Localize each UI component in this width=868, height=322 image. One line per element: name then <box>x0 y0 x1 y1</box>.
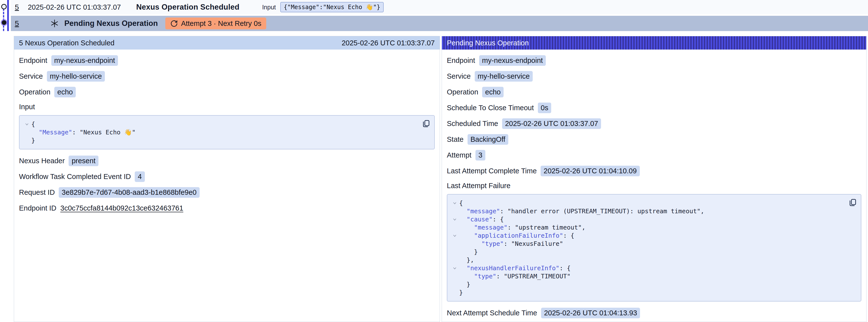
event-history-view: 5 2025-02-26 UTC 01:03:37.07 Nexus Opera… <box>0 0 868 322</box>
field-label: Operation <box>19 88 50 96</box>
gutter-spacer <box>450 248 459 250</box>
field-value-badge: present <box>69 156 98 166</box>
field-value-badge: my-nexus-endpoint <box>479 55 546 66</box>
field-label: Request ID <box>19 188 55 196</box>
copy-icon[interactable] <box>422 119 430 128</box>
copy-icon[interactable] <box>848 198 857 207</box>
field-label: Endpoint ID <box>19 204 57 212</box>
json-line: "cause": { <box>450 215 846 223</box>
field-label: Attempt <box>447 151 471 159</box>
collapse-chevron-icon[interactable] <box>450 231 459 238</box>
json-line-text: } <box>459 280 470 288</box>
endpoint-id-link[interactable]: 3c0c75ccfa8144b092c13ce632463761 <box>60 204 183 212</box>
json-line-text: { <box>459 199 463 207</box>
field-label: Last Attempt Complete Time <box>447 167 537 175</box>
field-nexus-header: Nexus Header present <box>19 156 435 166</box>
field-value-badge: my-hello-service <box>47 71 105 82</box>
pending-operation-title: Pending Nexus Operation <box>64 19 158 28</box>
gutter-spacer <box>450 288 459 290</box>
field-operation: Operation echo <box>447 87 861 97</box>
pending-asterisk-icon <box>50 19 59 28</box>
json-line-text: "type": "NexusFailure" <box>459 240 563 248</box>
event-id-link[interactable]: 5 <box>15 3 19 11</box>
input-value-chip[interactable]: {"Message":"Nexus Echo 👋"} <box>280 2 384 12</box>
json-line: "applicationFailureInfo": { <box>450 231 846 240</box>
input-json-viewer: { "Message": "Nexus Echo 👋"} <box>19 115 435 150</box>
retry-icon <box>170 20 178 27</box>
json-line-text: "nexusHandlerFailureInfo": { <box>459 264 571 272</box>
pending-operation-panel: Pending Nexus Operation Endpoint my-nexu… <box>442 36 867 322</box>
json-line-text: } <box>31 136 35 144</box>
attempt-retry-text: Attempt 3 · Next Retry 0s <box>181 20 261 28</box>
field-label: Nexus Header <box>19 157 65 165</box>
gutter-spacer <box>23 136 31 138</box>
collapse-chevron-icon[interactable] <box>23 120 31 127</box>
input-label: Input <box>262 4 276 11</box>
json-line: "type": "UPSTREAM_TIMEOUT" <box>450 272 846 280</box>
event-row-scheduled[interactable]: 5 2025-02-26 UTC 01:03:37.07 Nexus Opera… <box>11 0 868 14</box>
field-label: Schedule To Close Timeout <box>447 104 534 112</box>
json-line-text: "cause": { <box>459 215 504 223</box>
field-endpoint: Endpoint my-nexus-endpoint <box>447 56 861 65</box>
gutter-spacer <box>23 128 31 130</box>
collapse-chevron-icon[interactable] <box>450 264 459 270</box>
json-line: { <box>450 199 846 207</box>
timeline-active-indicator-bar <box>7 0 9 31</box>
event-detail-panel: 5 Nexus Operation Scheduled 2025-02-26 U… <box>14 36 440 322</box>
json-line: "message": "upstream timeout", <box>450 223 846 231</box>
field-scheduled-time: Scheduled Time 2025-02-26 UTC 01:03:37.0… <box>447 119 861 128</box>
field-value-badge: echo <box>482 87 503 97</box>
json-line: "type": "NexusFailure" <box>450 240 846 248</box>
gutter-spacer <box>450 207 459 209</box>
field-label: Workflow Task Completed Event ID <box>19 172 131 181</box>
field-endpoint: Endpoint my-nexus-endpoint <box>19 56 435 65</box>
input-section-label: Input <box>19 103 435 112</box>
json-line: } <box>450 248 846 256</box>
collapse-chevron-icon[interactable] <box>450 215 459 222</box>
json-line-text: }, <box>459 256 474 264</box>
json-line-text: } <box>459 288 463 297</box>
json-line: "Message": "Nexus Echo 👋" <box>23 128 420 136</box>
collapse-chevron-icon[interactable] <box>450 199 459 205</box>
json-line: "nexusHandlerFailureInfo": { <box>450 264 846 272</box>
field-last-attempt-complete-time: Last Attempt Complete Time 2025-02-26 UT… <box>447 166 861 176</box>
timeline-dashed-connector <box>3 8 4 31</box>
json-line: } <box>450 280 846 288</box>
gutter-spacer <box>450 256 459 258</box>
field-value-badge: BackingOff <box>468 134 508 145</box>
field-label: Service <box>19 72 43 80</box>
field-value-badge: 0s <box>538 103 552 113</box>
field-workflow-task-completed-event-id: Workflow Task Completed Event ID 4 <box>19 171 435 182</box>
gutter-spacer <box>450 240 459 242</box>
failure-section-label: Last Attempt Failure <box>447 182 861 191</box>
event-detail-header-timestamp: 2025-02-26 UTC 01:03:37.07 <box>342 39 435 47</box>
json-line-text: { <box>31 120 35 128</box>
event-id-link[interactable]: 5 <box>15 19 19 28</box>
json-line-text: "message": "handler error (UPSTREAM_TIME… <box>459 207 704 215</box>
field-value-badge: 2025-02-26 UTC 01:03:37.07 <box>502 118 601 129</box>
json-line: } <box>450 288 846 297</box>
event-row-pending[interactable]: 5 Pending Nexus Operation Attempt 3 · Ne… <box>11 16 868 31</box>
gutter-spacer <box>450 272 459 274</box>
event-detail-header-title: 5 Nexus Operation Scheduled <box>19 39 115 47</box>
pending-operation-header-title: Pending Nexus Operation <box>447 39 529 47</box>
field-label: Next Attempt Schedule Time <box>447 309 537 317</box>
field-value-badge: my-hello-service <box>475 71 533 82</box>
timeline-event-dot-open <box>1 4 7 9</box>
field-state: State BackingOff <box>447 134 861 144</box>
json-line: }, <box>450 256 846 264</box>
field-operation: Operation echo <box>19 87 435 97</box>
field-value-badge: echo <box>54 87 76 97</box>
event-title: Nexus Operation Scheduled <box>136 3 239 11</box>
json-line: { <box>23 120 420 128</box>
field-value-badge: my-nexus-endpoint <box>51 55 118 66</box>
json-line: } <box>23 136 420 144</box>
event-detail-header: 5 Nexus Operation Scheduled 2025-02-26 U… <box>14 36 440 50</box>
event-detail-body: Endpoint my-nexus-endpoint Service my-he… <box>14 50 440 213</box>
field-label: Operation <box>447 88 478 96</box>
json-line-text: "type": "UPSTREAM_TIMEOUT" <box>459 272 571 280</box>
field-next-attempt-schedule-time: Next Attempt Schedule Time 2025-02-26 UT… <box>447 308 861 318</box>
field-value-badge: 3 <box>475 150 485 161</box>
field-attempt: Attempt 3 <box>447 150 861 160</box>
field-value-badge: 2025-02-26 UTC 01:04:10.09 <box>540 166 640 176</box>
